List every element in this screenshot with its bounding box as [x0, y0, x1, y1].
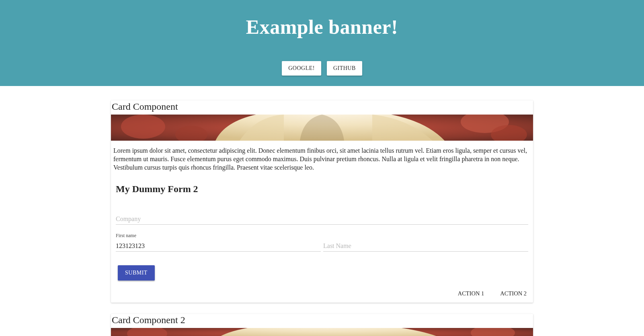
- github-button[interactable]: GITHUB: [327, 61, 362, 76]
- last-name-input[interactable]: [323, 241, 528, 252]
- form-title: My Dummy Form 2: [116, 184, 528, 195]
- action-2-button[interactable]: ACTION 2: [500, 290, 527, 297]
- company-input[interactable]: [116, 214, 528, 225]
- card-1-title: Card Component: [111, 100, 533, 115]
- submit-button[interactable]: SUBMIT: [118, 265, 155, 281]
- svg-point-7: [471, 328, 515, 336]
- banner: Example banner! GOOGLE! GITHUB: [0, 0, 644, 86]
- first-name-field-wrap: First name: [116, 233, 321, 252]
- svg-point-1: [121, 115, 165, 139]
- last-name-field-wrap: [323, 233, 528, 252]
- first-name-input[interactable]: [116, 241, 321, 252]
- company-field-wrap: [116, 206, 528, 225]
- banner-title: Example banner!: [0, 15, 644, 39]
- card-2: Card Component 2: [111, 314, 533, 336]
- card-1-image: [111, 115, 533, 141]
- card-2-image: [111, 328, 533, 336]
- card-1-body: Lorem ipsum dolor sit amet, consectetur …: [111, 141, 533, 173]
- banner-buttons: GOOGLE! GITHUB: [0, 61, 644, 79]
- google-button[interactable]: GOOGLE!: [282, 61, 321, 76]
- card-2-title: Card Component 2: [111, 314, 533, 328]
- svg-point-6: [127, 328, 167, 336]
- card-1: Card Component: [111, 100, 533, 303]
- first-name-label: First name: [116, 233, 136, 239]
- action-1-button[interactable]: ACTION 1: [458, 290, 484, 297]
- form: My Dummy Form 2 First name SUBMIT: [111, 173, 533, 286]
- main-container: Card Component: [111, 100, 533, 336]
- card-1-actions: ACTION 1 ACTION 2: [111, 286, 533, 303]
